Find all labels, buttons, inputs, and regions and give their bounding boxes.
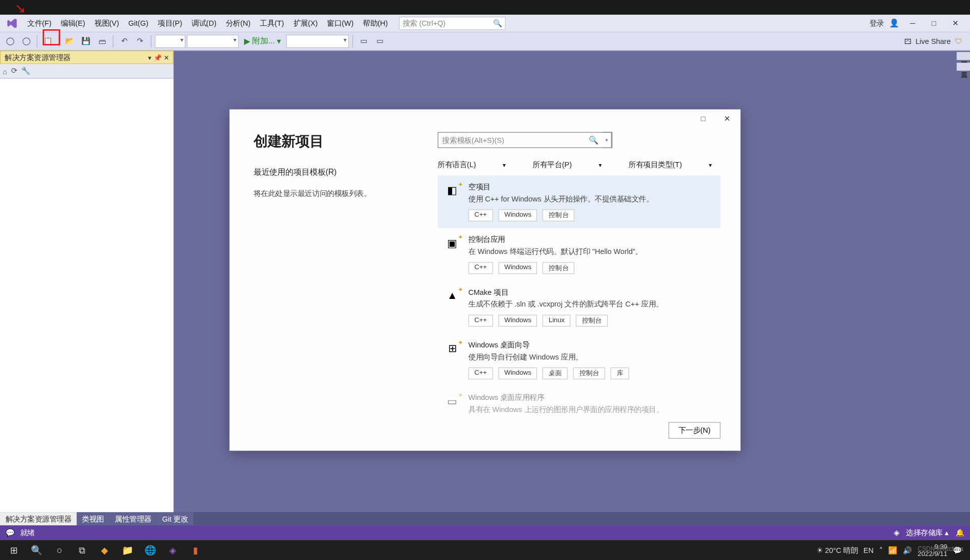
solution-explorer-panel: 解决方案资源管理器 ▾ 📌 ✕ ⌂ ⟳ 🔧 bbox=[0, 50, 173, 512]
template-tag: 控制台 bbox=[543, 210, 574, 222]
template-name: Windows 桌面向导 bbox=[468, 340, 714, 350]
window-maximize-button[interactable]: □ bbox=[926, 17, 942, 30]
admin-icon[interactable]: 🛡 bbox=[955, 37, 962, 45]
panel-home-icon[interactable]: ⌂ bbox=[3, 67, 7, 75]
panel-dropdown-icon[interactable]: ▾ bbox=[148, 54, 152, 61]
tab-class-view[interactable]: 类视图 bbox=[77, 512, 110, 525]
tab-property-manager[interactable]: 属性管理器 bbox=[110, 512, 157, 525]
template-item[interactable]: ▣✦控制台应用在 Windows 终端运行代码。默认打印 "Hello Worl… bbox=[438, 228, 720, 281]
template-item[interactable]: ▲✦CMake 项目生成不依赖于 .sln 或 .vcxproj 文件的新式跨平… bbox=[438, 281, 720, 333]
menu-extensions[interactable]: 扩展(X) bbox=[288, 15, 322, 32]
template-list: ◧✦空项目使用 C++ for Windows 从头开始操作。不提供基础文件。C… bbox=[438, 175, 720, 417]
filter-platform[interactable]: 所有平台(P) bbox=[532, 160, 602, 170]
template-tag: 控制台 bbox=[576, 315, 608, 327]
nav-fwd-icon[interactable]: ◯ bbox=[19, 34, 33, 48]
search-dropdown-icon[interactable]: ▾ bbox=[602, 132, 611, 148]
menu-file[interactable]: 文件(F) bbox=[23, 15, 56, 32]
comments-icon[interactable]: 💬 bbox=[6, 528, 15, 537]
app-visualstudio[interactable]: ◈ bbox=[162, 541, 184, 559]
template-desc: 具有在 Windows 上运行的图形用户界面的应用程序的项目。 bbox=[468, 405, 714, 415]
open-file-icon[interactable]: 📂 bbox=[63, 34, 77, 48]
server-explorer-tab[interactable]: 服务器资源管理器 bbox=[957, 52, 970, 60]
menu-analyze[interactable]: 分析(N) bbox=[221, 15, 255, 32]
menu-window[interactable]: 窗口(W) bbox=[322, 15, 358, 32]
new-project-icon[interactable]: 📋 bbox=[41, 34, 56, 48]
vs-logo-icon bbox=[7, 17, 19, 29]
template-item[interactable]: ◧✦空项目使用 C++ for Windows 从头开始操作。不提供基础文件。C… bbox=[438, 175, 720, 228]
panel-toolbar: ⌂ ⟳ 🔧 bbox=[0, 64, 173, 79]
panel-sync-icon[interactable]: ⟳ bbox=[11, 67, 17, 75]
menu-help[interactable]: 帮助(H) bbox=[358, 15, 393, 32]
panel-tool-icon[interactable]: 🔧 bbox=[21, 67, 30, 75]
template-tag: C++ bbox=[468, 315, 493, 327]
taskview-icon[interactable]: ⧉ bbox=[71, 541, 93, 559]
panel-close-icon[interactable]: ✕ bbox=[164, 54, 169, 61]
tab-git-changes[interactable]: Git 更改 bbox=[157, 512, 193, 525]
ime-indicator[interactable]: EN bbox=[863, 546, 874, 554]
template-name: 控制台应用 bbox=[468, 235, 714, 245]
window-minimize-button[interactable]: ─ bbox=[905, 17, 921, 30]
menu-debug[interactable]: 调试(D) bbox=[187, 15, 221, 32]
filter-language[interactable]: 所有语言(L) bbox=[438, 160, 506, 170]
liveshare-button[interactable]: Live Share bbox=[915, 37, 950, 45]
liveshare-icon[interactable]: ⮹ bbox=[904, 37, 912, 45]
menu-project[interactable]: 项目(P) bbox=[153, 15, 187, 32]
dialog-maximize-button[interactable]: □ bbox=[694, 111, 712, 127]
template-search-input[interactable]: 搜索模板(Alt+S)(S) 🔍 ▾ bbox=[438, 132, 612, 148]
template-tag: Windows bbox=[498, 262, 537, 274]
platform-combo[interactable] bbox=[187, 34, 239, 47]
tab-solution-explorer[interactable]: 解决方案资源管理器 bbox=[0, 512, 77, 525]
repo-selector[interactable]: 选择存储库 ▴ bbox=[906, 528, 949, 538]
login-link[interactable]: 登录 bbox=[869, 18, 884, 28]
filter-type[interactable]: 所有项目类型(T) bbox=[628, 160, 712, 170]
undo-icon[interactable]: ↶ bbox=[117, 34, 131, 48]
watermark: CSDN @ftzchina bbox=[918, 545, 963, 552]
panel-pin-icon[interactable]: 📌 bbox=[154, 54, 162, 61]
start-button[interactable]: ⊞ bbox=[3, 541, 25, 559]
cortana-icon[interactable]: ○ bbox=[48, 541, 71, 559]
global-search-input[interactable]: 搜索 (Ctrl+Q) 🔍 bbox=[399, 17, 506, 30]
app-chrome[interactable]: 🌐 bbox=[139, 541, 162, 559]
nav-back-icon[interactable]: ◯ bbox=[3, 34, 17, 48]
template-icon: ◧✦ bbox=[444, 182, 460, 198]
template-tag: C++ bbox=[468, 210, 493, 222]
dialog-close-button[interactable]: ✕ bbox=[718, 111, 737, 127]
app-explorer[interactable]: 📁 bbox=[116, 541, 139, 559]
taskbar-search-icon[interactable]: 🔍 bbox=[25, 541, 48, 559]
menu-bar: 文件(F) 编辑(E) 视图(V) Git(G) 项目(P) 调试(D) 分析(… bbox=[0, 15, 970, 32]
tray-chevron-icon[interactable]: ˄ bbox=[879, 546, 883, 554]
right-collapsed-panels: 服务器资源管理器 工具箱 bbox=[957, 50, 970, 71]
target-combo[interactable] bbox=[286, 34, 349, 47]
menu-git[interactable]: Git(G) bbox=[124, 15, 153, 32]
template-item[interactable]: ▭✦Windows 桌面应用程序具有在 Windows 上运行的图形用户界面的应… bbox=[438, 386, 720, 417]
template-name: Windows 桌面应用程序 bbox=[468, 393, 714, 403]
template-icon: ▣✦ bbox=[444, 235, 460, 251]
user-icon[interactable]: 👤 bbox=[889, 19, 899, 28]
toolbox-tab[interactable]: 工具箱 bbox=[957, 63, 970, 71]
tool-icon-2[interactable]: ▭ bbox=[372, 34, 387, 48]
save-icon[interactable]: 💾 bbox=[79, 34, 93, 48]
tool-icon-1[interactable]: ▭ bbox=[356, 34, 371, 48]
redo-icon[interactable]: ↷ bbox=[133, 34, 148, 48]
menu-tools[interactable]: 工具(T) bbox=[255, 15, 288, 32]
attach-button[interactable]: ▶ 附加... ▾ bbox=[240, 35, 284, 46]
weather-widget[interactable]: ☀ 20°C 晴朗 bbox=[816, 545, 858, 555]
notifications-icon[interactable]: 🔔 bbox=[955, 528, 964, 537]
menu-edit[interactable]: 编辑(E) bbox=[56, 15, 90, 32]
template-desc: 生成不依赖于 .sln 或 .vcxproj 文件的新式跨平台 C++ 应用。 bbox=[468, 299, 714, 310]
config-combo[interactable] bbox=[155, 34, 185, 47]
template-item[interactable]: ⊞✦Windows 桌面向导使用向导自行创建 Windows 应用。C++Win… bbox=[438, 333, 720, 386]
panel-title: 解决方案资源管理器 bbox=[5, 53, 71, 63]
tray-network-icon[interactable]: 📶 bbox=[888, 546, 897, 554]
tray-volume-icon[interactable]: 🔊 bbox=[903, 546, 912, 554]
template-desc: 使用 C++ for Windows 从头开始操作。不提供基础文件。 bbox=[468, 194, 714, 204]
next-button[interactable]: 下一步(N) bbox=[668, 422, 720, 439]
menu-view[interactable]: 视图(V) bbox=[90, 15, 124, 32]
window-close-button[interactable]: ✕ bbox=[947, 17, 963, 30]
app-sublime[interactable]: ◆ bbox=[93, 541, 116, 559]
template-name: CMake 项目 bbox=[468, 287, 714, 297]
save-all-icon[interactable]: 🗃 bbox=[95, 34, 110, 48]
app-other[interactable]: ▮ bbox=[184, 541, 207, 559]
template-tag: 控制台 bbox=[573, 368, 605, 380]
template-icon: ▭✦ bbox=[444, 393, 460, 409]
